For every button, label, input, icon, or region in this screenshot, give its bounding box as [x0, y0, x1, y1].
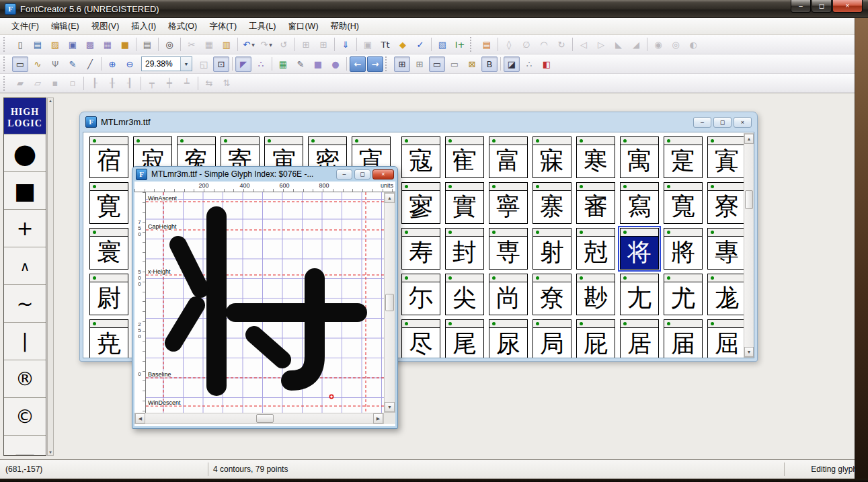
- glyph-cell[interactable]: 封: [445, 228, 484, 270]
- menu-help[interactable]: 帮助(H): [325, 19, 365, 34]
- menu-insert[interactable]: 插入(I): [125, 19, 162, 34]
- scroll-up-button[interactable]: ▲: [385, 193, 395, 203]
- glyph-cell[interactable]: 寉: [445, 136, 484, 178]
- sample-glyph-cell[interactable]: +: [4, 209, 46, 247]
- snap-to-grid-button[interactable]: ⊞: [411, 56, 428, 72]
- new-font-button[interactable]: ▯: [12, 37, 28, 52]
- overview-title-bar[interactable]: F MTLmr3m.ttf – ◻ ×: [80, 112, 757, 132]
- glyph-edit-title-bar[interactable]: F MTLmr3m.ttf - Simple Glyph Index: $076…: [132, 167, 397, 182]
- print-button[interactable]: ▤: [139, 37, 155, 52]
- paste-button[interactable]: ▥: [219, 37, 235, 52]
- zoom-in-button[interactable]: ⊕: [104, 56, 120, 72]
- show-grid-button[interactable]: ⊞: [394, 56, 410, 72]
- select-tool-button[interactable]: ▭: [12, 56, 28, 72]
- menu-font[interactable]: 字体(T): [203, 19, 243, 34]
- glyph-cell[interactable]: 寘: [707, 136, 746, 178]
- contour-direction-button[interactable]: ◧: [539, 56, 555, 72]
- scroll-down-icon[interactable]: ▼: [48, 450, 53, 454]
- glyph-cell[interactable]: 尨: [707, 274, 746, 315]
- glyph-cell[interactable]: 寔: [664, 136, 703, 178]
- glyph-cell[interactable]: 寇: [401, 136, 440, 178]
- toolbar-grip[interactable]: [470, 37, 475, 52]
- previous-glyph-button[interactable]: ←: [350, 56, 366, 72]
- glyph-cell[interactable]: 尢: [620, 274, 659, 315]
- sample-glyph-cell[interactable]: —: [4, 435, 46, 456]
- scroll-up-icon[interactable]: ▲: [48, 99, 53, 103]
- sample-glyph-cell[interactable]: ~: [4, 284, 46, 322]
- editor-close-button[interactable]: ×: [372, 169, 394, 179]
- glyph-cell[interactable]: 專: [707, 228, 746, 270]
- snap-to-guidelines-button[interactable]: ▭: [446, 56, 463, 72]
- glyph-cell[interactable]: 専: [489, 228, 528, 270]
- font-validation-button[interactable]: ✓: [412, 37, 428, 52]
- scroll-down-button[interactable]: ▼: [385, 402, 395, 412]
- zoom-out-button[interactable]: ⊖: [122, 56, 138, 72]
- glyph-cell[interactable]: 實: [445, 182, 484, 224]
- glyph-cell[interactable]: 寬: [664, 182, 703, 224]
- glyph-cell[interactable]: 尿: [489, 319, 528, 358]
- knife-tool-button[interactable]: ╱: [82, 56, 98, 72]
- overview-minimize-button[interactable]: –: [693, 117, 711, 128]
- autonaming-button[interactable]: ◆: [395, 37, 411, 52]
- glyph-cell[interactable]: 寐: [532, 136, 571, 178]
- scroll-right-button[interactable]: ▶: [373, 413, 383, 424]
- glyph-cell[interactable]: 尓: [401, 274, 440, 315]
- sample-glyph-cell[interactable]: ©: [4, 397, 46, 435]
- import-image-button[interactable]: ▦: [275, 56, 291, 72]
- sample-glyph-cell[interactable]: |: [4, 322, 46, 360]
- glyph-cell[interactable]: 尽: [401, 319, 440, 358]
- glyph-cell[interactable]: 尞: [532, 274, 571, 315]
- save-font-button[interactable]: ▣: [65, 37, 81, 52]
- toolbar-grip[interactable]: [385, 56, 391, 71]
- show-points-button[interactable]: ∴: [521, 56, 537, 72]
- zoom-fit-button[interactable]: ⊡: [213, 56, 229, 72]
- draw-rectangle-button[interactable]: ■: [310, 56, 326, 72]
- glyph-cell[interactable]: 將: [664, 228, 703, 270]
- glyph-cell[interactable]: 局: [532, 319, 571, 358]
- glyph-cell[interactable]: 寛: [89, 182, 128, 224]
- draw-contour-button[interactable]: ✎: [292, 56, 309, 72]
- menu-window[interactable]: 窗口(W): [282, 19, 324, 34]
- sample-panel-scrollbar[interactable]: ▲ ▼: [47, 97, 54, 456]
- find-button[interactable]: ◎: [161, 37, 177, 52]
- glyph-cell[interactable]: 審: [576, 182, 615, 224]
- glyph-properties-button[interactable]: ▤: [479, 37, 495, 52]
- duplicate-glyphs-button[interactable]: ▦: [100, 37, 116, 52]
- contour-edit-tool-button[interactable]: ✎: [65, 56, 81, 72]
- show-side-bearings-button[interactable]: B: [481, 56, 498, 72]
- menu-file[interactable]: 文件(F): [5, 19, 45, 34]
- copy-special-button[interactable]: ▩: [82, 37, 98, 52]
- minimize-button[interactable]: –: [791, 0, 811, 13]
- zoom-dropdown-button[interactable]: ▼: [180, 57, 192, 71]
- show-guidelines-button[interactable]: ▭: [429, 56, 445, 72]
- sample-glyph-cell[interactable]: ∧: [4, 247, 46, 284]
- editor-restore-button[interactable]: ◻: [354, 169, 370, 179]
- toolbar-grip[interactable]: [3, 37, 9, 52]
- pan-tool-button[interactable]: Ψ: [47, 56, 63, 72]
- glyph-cell[interactable]: 尭: [89, 319, 128, 358]
- glyph-cell[interactable]: 屁: [576, 319, 615, 358]
- point-mode-button[interactable]: ∴: [253, 56, 269, 72]
- glyph-cell[interactable]: 寨: [532, 182, 571, 224]
- toolbar-grip[interactable]: [3, 56, 9, 71]
- glyph-cell[interactable]: 尅: [576, 228, 615, 270]
- glyph-cell[interactable]: 屈: [707, 319, 746, 358]
- overview-close-button[interactable]: ×: [734, 117, 752, 128]
- sort-glyphs-button[interactable]: ⇓: [338, 37, 354, 52]
- maximize-button[interactable]: ◻: [812, 0, 832, 13]
- glyph-cell[interactable]: 届: [664, 319, 703, 358]
- glyph-cell[interactable]: 尠: [576, 274, 615, 315]
- menu-tools[interactable]: 工具(L): [243, 19, 282, 34]
- overview-restore-button[interactable]: ◻: [713, 117, 732, 128]
- scrollbar-thumb[interactable]: [745, 190, 753, 209]
- glyph-cell[interactable]: 寿: [401, 228, 440, 270]
- menu-edit[interactable]: 编辑(E): [45, 19, 85, 34]
- glyph-grid-scrollbar[interactable]: ▲ ▼: [744, 133, 754, 358]
- lasso-tool-button[interactable]: ∿: [30, 56, 46, 72]
- glyph-cell[interactable]: 宿: [89, 136, 128, 178]
- toolbar-grip[interactable]: [3, 76, 9, 91]
- scroll-left-button[interactable]: ◀: [135, 413, 145, 424]
- glyph-cell[interactable]: 寥: [401, 182, 440, 224]
- menu-view[interactable]: 视图(V): [85, 19, 126, 34]
- contour-mode-button[interactable]: ◤: [235, 56, 251, 72]
